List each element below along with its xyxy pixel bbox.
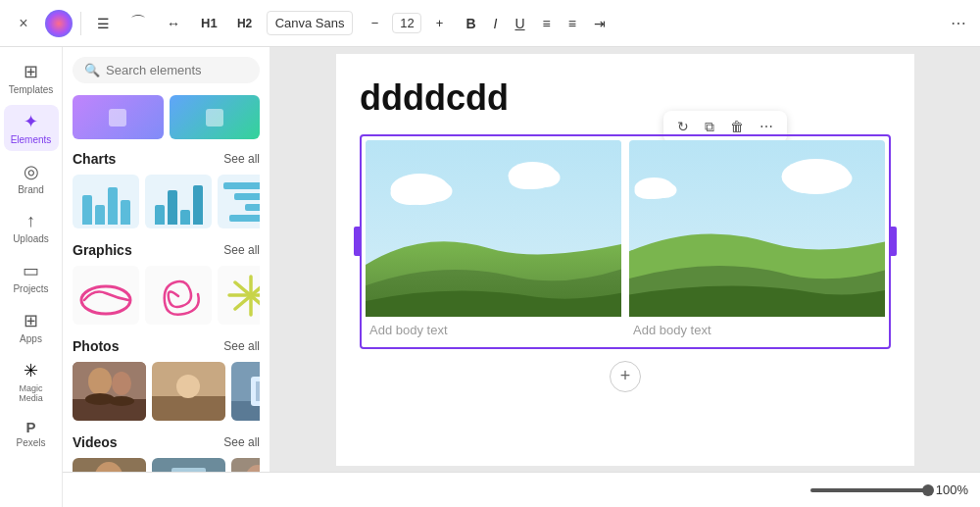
top-toolbar: × ☰ ⌒ ↔ H1 H2 Canva Sans − 12 + B I U ≡ … [0,0,980,47]
video-thumb-1[interactable]: 13.0s [73,458,146,472]
close-button[interactable]: × [10,10,37,37]
sidebar-item-projects[interactable]: ▭ Projects [4,254,59,300]
sidebar-item-templates[interactable]: ⊞ Templates [4,55,59,101]
canva-logo [45,10,73,37]
sidebar-item-pexels[interactable]: P Pexels [4,413,59,454]
svg-point-12 [112,372,131,395]
curved-line-button[interactable]: ⌒ [124,9,152,37]
video-thumb-2[interactable]: 9.0s [152,458,225,472]
image-card-1[interactable]: Add body text [366,140,621,343]
zoom-slider[interactable] [810,488,928,492]
font-size-value[interactable]: 12 [392,13,421,33]
svg-point-42 [813,167,853,190]
template-thumb-2[interactable] [170,95,261,139]
graphics-see-all[interactable]: See all [223,243,260,257]
videos-title: Videos [73,434,118,450]
font-size-controls: − 12 + [361,12,453,34]
svg-point-45 [652,182,677,198]
canvas-area: ddddcdd ↻ ⧉ 🗑 ⋯ [270,47,980,472]
photo-preview-2 [152,362,225,421]
sidebar-item-apps[interactable]: ⊞ Apps [4,304,59,350]
elements-label: Elements [11,134,52,145]
video-preview-3 [231,458,260,472]
photo-thumb-1[interactable] [73,362,146,421]
chart-thumb-1[interactable] [73,175,139,228]
videos-section-header: Videos See all [73,434,260,450]
elements-icon: ✦ [24,111,38,132]
image-card-2-body-text[interactable]: Add body text [629,317,885,343]
chart-thumb-2[interactable] [145,175,212,228]
charts-title: Charts [73,151,116,167]
image-inner-2 [629,140,885,317]
search-input[interactable] [106,63,270,77]
brand-label: Brand [18,184,44,195]
graphic-thumb-1[interactable] [73,266,139,325]
bold-button[interactable]: B [461,13,480,34]
font-size-increase-button[interactable]: + [425,12,453,34]
apps-label: Apps [20,333,42,344]
add-section-button[interactable]: + [610,361,641,392]
font-selector[interactable]: Canva Sans [267,11,354,35]
template-thumb-1[interactable] [73,95,164,139]
video-preview-1 [73,458,146,472]
svg-point-35 [417,180,453,202]
search-bar[interactable]: 🔍 [73,57,260,83]
graphic-thumb-3[interactable] [218,266,260,325]
page-title[interactable]: ddddcdd [360,77,891,119]
video-thumb-3[interactable]: 7.0s [231,458,260,472]
italic-button[interactable]: I [489,13,503,34]
sky-background-1 [366,140,621,317]
indent-button[interactable]: ⇥ [589,13,611,34]
charts-see-all[interactable]: See all [223,152,260,166]
magic-media-label: Magic Media [8,383,55,403]
photos-see-all[interactable]: See all [223,339,260,353]
sidebar-item-uploads[interactable]: ↑ Uploads [4,205,59,250]
right-resize-handle[interactable] [889,227,897,256]
font-size-decrease-button[interactable]: − [361,12,388,34]
list-button[interactable]: ≡ [564,13,581,34]
underline-button[interactable]: U [510,13,529,34]
sidebar-item-elements[interactable]: ✦ Elements [4,105,59,151]
graphic-svg-3 [220,269,261,323]
align-button[interactable]: ≡ [538,13,556,34]
videos-see-all[interactable]: See all [223,435,260,449]
image-card-1-body-text[interactable]: Add body text [366,317,621,343]
photo-thumb-2[interactable] [152,362,225,421]
zoom-controls: 100% [810,482,968,497]
landscape-svg-2 [629,140,885,317]
photo-preview-1 [73,362,146,421]
graphics-title: Graphics [73,242,132,258]
charts-section-header: Charts See all [73,151,260,167]
h2-button[interactable]: H2 [231,13,259,34]
zoom-thumb[interactable] [922,484,934,496]
landscape-svg-1 [366,140,621,317]
chart-thumb-3[interactable] [218,175,260,228]
canvas-page: ddddcdd ↻ ⧉ 🗑 ⋯ [336,54,914,466]
image-card-2[interactable]: Add body text [629,140,885,343]
zoom-value: 100% [936,482,968,497]
h1-button[interactable]: H1 [195,12,223,34]
sidebar-item-magic-media[interactable]: ✳ Magic Media [4,354,59,409]
graphics-section-header: Graphics See all [73,242,260,258]
hamburger-menu-button[interactable]: ☰ [89,12,117,35]
svg-rect-22 [256,381,260,401]
uploads-icon: ↑ [26,211,35,231]
brand-icon: ◎ [24,161,39,182]
projects-label: Projects [13,283,48,294]
videos-row: 13.0s 9.0s 7.0s › [73,458,260,472]
photo-preview-3 [231,362,260,421]
photo-thumb-3[interactable] [231,362,260,421]
more-options-button[interactable]: ⋯ [947,10,970,36]
charts-row: › [73,175,260,228]
photos-section-header: Photos See all [73,338,260,354]
graphic-thumb-2[interactable] [145,266,212,325]
sidebar-item-brand[interactable]: ◎ Brand [4,155,59,201]
left-resize-handle[interactable] [354,227,362,256]
resize-button[interactable]: ↔ [160,12,187,35]
photos-title: Photos [73,338,119,354]
magic-media-icon: ✳ [24,360,38,381]
templates-icon: ⊞ [24,61,38,82]
svg-point-38 [531,168,561,187]
nav-sidebar: ⊞ Templates ✦ Elements ◎ Brand ↑ Uploads… [0,47,63,472]
svg-point-18 [176,375,200,398]
